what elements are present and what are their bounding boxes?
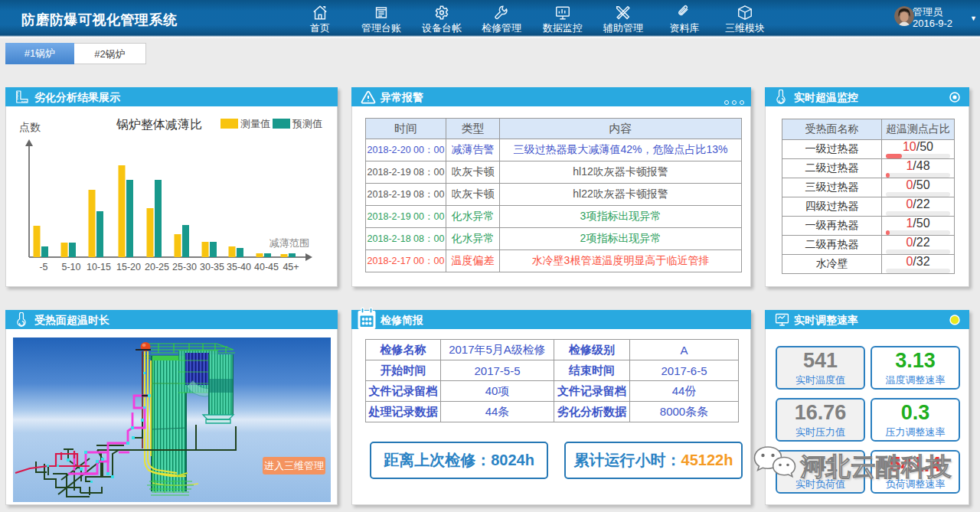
- svg-text:5-10: 5-10: [61, 262, 80, 272]
- svg-text:40-45: 40-45: [254, 262, 279, 272]
- svg-text:锅炉整体减薄比: 锅炉整体减薄比: [116, 118, 202, 131]
- svg-text:30-35: 30-35: [200, 262, 224, 272]
- svg-text:减薄范围: 减薄范围: [270, 237, 309, 249]
- svg-text:-5: -5: [39, 262, 47, 272]
- svg-text:测量值: 测量值: [240, 118, 270, 129]
- svg-text:点数: 点数: [19, 121, 41, 133]
- svg-text:20-25: 20-25: [145, 262, 169, 272]
- svg-text:35-40: 35-40: [227, 262, 251, 272]
- svg-text:10-15: 10-15: [87, 262, 111, 272]
- svg-text:预测值: 预测值: [292, 118, 322, 129]
- svg-text:15-20: 15-20: [116, 262, 141, 272]
- svg-text:25-30: 25-30: [172, 262, 197, 272]
- svg-text:45+: 45+: [283, 262, 299, 272]
